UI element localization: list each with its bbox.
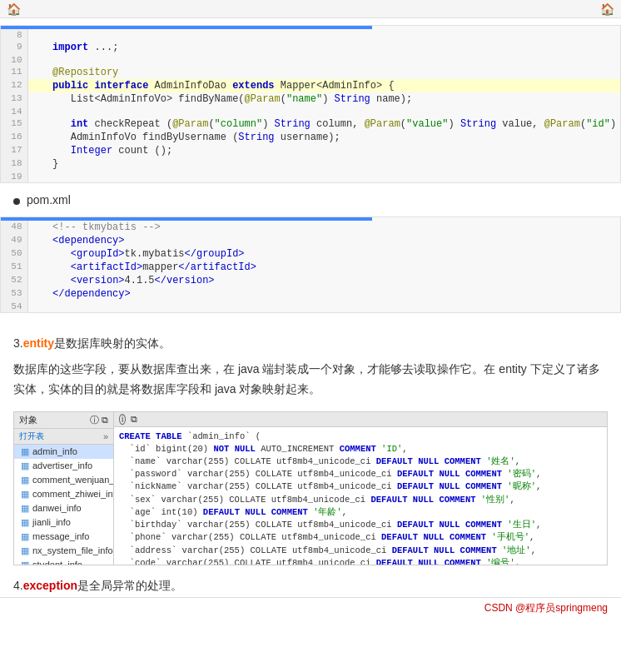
panel-right: i ⧉ CREATE TABLE `admin_info` ( `id` big… [114, 412, 608, 565]
section4-heading: 4.exception是全局异常的处理。 [0, 572, 621, 597]
panel-left: 对象 ⓘ ⧉ 打开表 » ▦ admin_info ▦ advertiser_i… [14, 412, 114, 565]
code-line: 15 int checkRepeat (@Param("column") Str… [1, 117, 621, 131]
home-icon-right: 🏠 [600, 2, 614, 16]
table-icon: ▦ [21, 531, 29, 542]
panel-item-list: ▦ admin_info ▦ advertiser_info ▦ comment… [14, 445, 113, 565]
item-name: student_info [32, 560, 82, 565]
section3-heading: 3.entity是数据库映射的实体。 [0, 330, 621, 355]
table-icon: ▦ [21, 460, 29, 471]
code-block-1: 8 9 import ...; 10 11 @Repository 12 pub… [0, 25, 621, 183]
code-line: 49 <dependency> [1, 234, 620, 247]
bullet-text: pom.xml [27, 193, 71, 207]
code-table-1: 8 9 import ...; 10 11 @Repository 12 pub… [1, 29, 621, 182]
code-line: 17 Integer count (); [1, 144, 621, 157]
code-line: 54 [1, 301, 620, 312]
table-icon: ▦ [21, 503, 29, 514]
home-icon-left: 🏠 [7, 2, 21, 16]
page-container: 🏠 🏠 8 9 import ...; 10 11 @Repository [0, 0, 621, 619]
code-line: 51 <artifactId>mapper</artifactId> [1, 261, 620, 274]
object-panel: 对象 ⓘ ⧉ 打开表 » ▦ admin_info ▦ advertiser_i… [13, 411, 608, 565]
panel-left-header: 对象 ⓘ ⧉ [14, 412, 113, 429]
copy-icon[interactable]: ⧉ [131, 414, 137, 425]
table-icon: ▦ [21, 489, 29, 500]
section4-keyword: exception [23, 579, 77, 592]
panel-item-student[interactable]: ▦ student_info [14, 558, 113, 565]
item-name: admin_info [32, 446, 77, 456]
code-line: 19 [1, 171, 621, 182]
section4-num: 4. [13, 579, 23, 592]
table-icon: ▦ [21, 517, 29, 528]
panel-item-comment-zhiwei[interactable]: ▦ comment_zhiwei_info [14, 487, 113, 501]
section3-text: 是数据库映射的实体。 [54, 336, 171, 350]
panel-item-admin-info[interactable]: ▦ admin_info [14, 445, 113, 459]
item-name: comment_zhiwei_info [32, 489, 113, 499]
desc3-text: 数据库的这些字段，要从数据库查出来，在 java 端封装成一个对象，才能够去读取… [13, 362, 600, 396]
code-line: 18 } [1, 157, 621, 171]
panel-info-icon: ⓘ ⧉ [90, 414, 108, 426]
section3-keyword: entity [23, 336, 54, 350]
code-line: 50 <groupId>tk.mybatis</groupId> [1, 247, 620, 261]
item-name: jianli_info [32, 517, 71, 527]
code-line: 53 </dependency> [1, 287, 620, 301]
table-icon: ▦ [21, 560, 29, 565]
code-table-2: 48 <!-- tkmybatis --> 49 <dependency> 50… [1, 221, 620, 312]
panel-right-header: i ⧉ [114, 412, 608, 427]
section3-num: 3. [13, 336, 23, 350]
table-icon: ▦ [21, 446, 29, 457]
expand-icon[interactable]: » [103, 431, 108, 441]
item-name: danwei_info [32, 503, 82, 513]
code-line: 10 [1, 54, 621, 66]
item-name: message_info [32, 531, 90, 541]
code-line: 9 import ...; [1, 41, 621, 54]
panel-item-message[interactable]: ▦ message_info [14, 530, 113, 544]
panel-item-advertiser-info[interactable]: ▦ advertiser_info [14, 459, 113, 473]
code-line: 52 <version>4.1.5</version> [1, 274, 620, 287]
panel-item-comment-wenjuan[interactable]: ▦ comment_wenjuan_info [14, 473, 113, 487]
table-icon: ▦ [21, 545, 29, 556]
item-name: advertiser_info [32, 460, 92, 470]
code-line: 8 [1, 29, 621, 41]
code-line: 14 [1, 106, 621, 117]
code-line-highlighted: 12 public interface AdminInfoDao extends… [1, 79, 621, 92]
code-line: 11 @Repository [1, 66, 621, 79]
table-icon: ▦ [21, 475, 29, 485]
top-bar: 🏠 🏠 [0, 0, 621, 18]
bullet-item-pomxml: pom.xml [0, 190, 621, 210]
panel-open-toolbar[interactable]: 打开表 » [14, 429, 113, 445]
item-name: comment_wenjuan_info [32, 475, 113, 485]
code-line: 48 <!-- tkmybatis --> [1, 221, 620, 234]
panel-item-danwei[interactable]: ▦ danwei_info [14, 501, 113, 515]
section4-text: 是全局异常的处理。 [77, 579, 182, 592]
bullet-dot [13, 198, 20, 205]
footer-brand: CSDN @程序员springmeng [484, 601, 608, 615]
desc3: 数据库的这些字段，要从数据库查出来，在 java 端封装成一个对象，才能够去读取… [0, 355, 621, 405]
code-line: 13 List<AdminInfoVo> findByName(@Param("… [1, 92, 621, 106]
open-table-label[interactable]: 打开表 [19, 431, 44, 442]
panel-header-label: 对象 [19, 414, 37, 426]
code-block-2: 48 <!-- tkmybatis --> 49 <dependency> 50… [0, 217, 621, 313]
item-name: nx_system_file_info [32, 545, 113, 555]
bottom-bar: CSDN @程序员springmeng [0, 597, 621, 619]
panel-item-nx-system-file[interactable]: ▦ nx_system_file_info [14, 544, 113, 558]
panel-item-jianli[interactable]: ▦ jianli_info [14, 515, 113, 530]
sql-content[interactable]: CREATE TABLE `admin_info` ( `id` bigint(… [114, 427, 608, 565]
info-circle-icon: i [119, 414, 126, 425]
code-line: 16 AdminInfoVo findByUsername (String us… [1, 131, 621, 144]
